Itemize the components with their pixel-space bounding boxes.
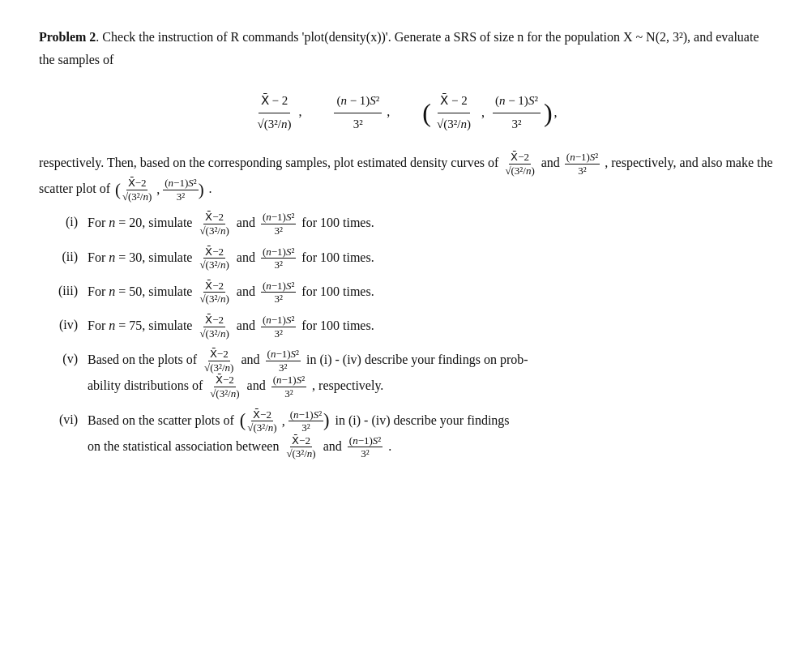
item-vi: (vi) Based on the scatter plots of ( X̄−… [39, 408, 773, 460]
item-v-content: Based on the plots of X̄−2 √(3²/n) and (… [88, 348, 773, 400]
item-vi-label: (vi) [39, 408, 88, 431]
item-i-label: (i) [39, 211, 88, 233]
item-v-label: (v) [39, 348, 88, 370]
frac2: (n − 1)S² 3² , [334, 91, 390, 135]
item-iv: (iv) For n = 75, simulate X̄−2 √(3²/n) a… [39, 314, 773, 340]
item-vi-content: Based on the scatter plots of ( X̄−2 √(3… [88, 408, 773, 460]
item-v: (v) Based on the plots of X̄−2 √(3²/n) a… [39, 348, 773, 400]
item-iv-label: (iv) [39, 314, 88, 336]
respectively-block: respectively. Then, based on the corresp… [39, 151, 773, 203]
problem-label: Problem 2 [39, 30, 96, 44]
intro-text: Check the instruction of R commands 'plo… [39, 30, 759, 66]
item-i: (i) For n = 20, simulate X̄−2 √(3²/n) an… [39, 211, 773, 237]
item-ii-content: For n = 30, simulate X̄−2 √(3²/n) and (n… [88, 246, 773, 271]
paren-expr: ( X̄ − 2 √(3²/n) , (n − 1)S² 3² ) , [422, 91, 557, 135]
item-iv-content: For n = 75, simulate X̄−2 √(3²/n) and (n… [88, 314, 773, 340]
item-ii: (ii) For n = 30, simulate X̄−2 √(3²/n) a… [39, 246, 773, 271]
item-iii-label: (iii) [39, 280, 88, 302]
problem-intro: Problem 2. Check the instruction of R co… [39, 26, 773, 71]
item-i-content: For n = 20, simulate X̄−2 √(3²/n) and (n… [88, 211, 773, 237]
frac1: X̄ − 2 √(3²/n) , [254, 91, 301, 135]
item-iii-content: For n = 50, simulate X̄−2 √(3²/n) and (n… [88, 280, 773, 306]
item-iii: (iii) For n = 50, simulate X̄−2 √(3²/n) … [39, 280, 773, 306]
problem-container: Problem 2. Check the instruction of R co… [39, 26, 773, 460]
display-math: X̄ − 2 √(3²/n) , (n − 1)S² 3² , ( X̄ − 2… [39, 91, 773, 135]
items-list: (i) For n = 20, simulate X̄−2 √(3²/n) an… [39, 211, 773, 460]
item-ii-label: (ii) [39, 246, 88, 268]
